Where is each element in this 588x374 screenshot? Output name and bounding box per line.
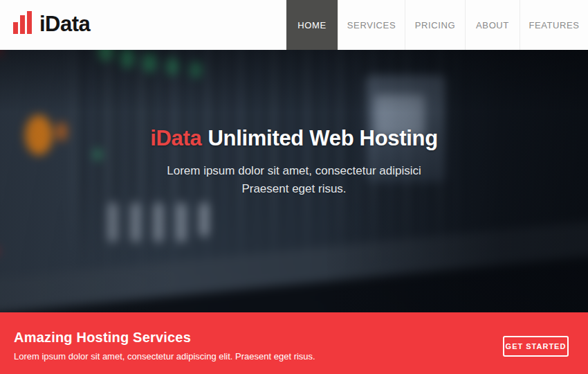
nav-item-about[interactable]: ABOUT — [465, 0, 520, 50]
page: iData HOME SERVICES PRICING ABOUT FEATUR… — [0, 0, 588, 374]
hero-subtitle: Lorem ipsum dolor sit amet, consectetur … — [0, 162, 588, 198]
logo[interactable]: iData — [13, 11, 90, 37]
hero-subtitle-line2: Praesent eget risus. — [0, 180, 588, 198]
hero-subtitle-line1: Lorem ipsum dolor sit amet, consectetur … — [0, 162, 588, 180]
nav-item-services[interactable]: SERVICES — [338, 0, 405, 50]
cta-text-block: Amazing Hosting Services Lorem ipsum dol… — [14, 330, 315, 362]
cta-bar: Amazing Hosting Services Lorem ipsum dol… — [0, 312, 588, 374]
main-nav: HOME SERVICES PRICING ABOUT FEATURES — [286, 0, 588, 50]
nav-item-features[interactable]: FEATURES — [520, 0, 588, 50]
get-started-button[interactable]: GET STARTED — [503, 336, 569, 357]
logo-text: iData — [39, 12, 90, 37]
cta-subtext: Lorem ipsum dolor sit amet, consectetur … — [14, 351, 315, 362]
nav-item-home[interactable]: HOME — [286, 0, 338, 50]
hero-content: iDataUnlimited Web Hosting Lorem ipsum d… — [0, 50, 588, 312]
hero-title: iDataUnlimited Web Hosting — [0, 126, 588, 151]
bar-chart-icon — [13, 11, 34, 34]
header: iData HOME SERVICES PRICING ABOUT FEATUR… — [0, 0, 588, 50]
cta-heading: Amazing Hosting Services — [14, 330, 315, 346]
hero-title-brand: iData — [150, 126, 201, 150]
hero-title-rest: Unlimited Web Hosting — [208, 126, 437, 150]
nav-item-pricing[interactable]: PRICING — [405, 0, 465, 50]
hero-section: iDataUnlimited Web Hosting Lorem ipsum d… — [0, 50, 588, 312]
